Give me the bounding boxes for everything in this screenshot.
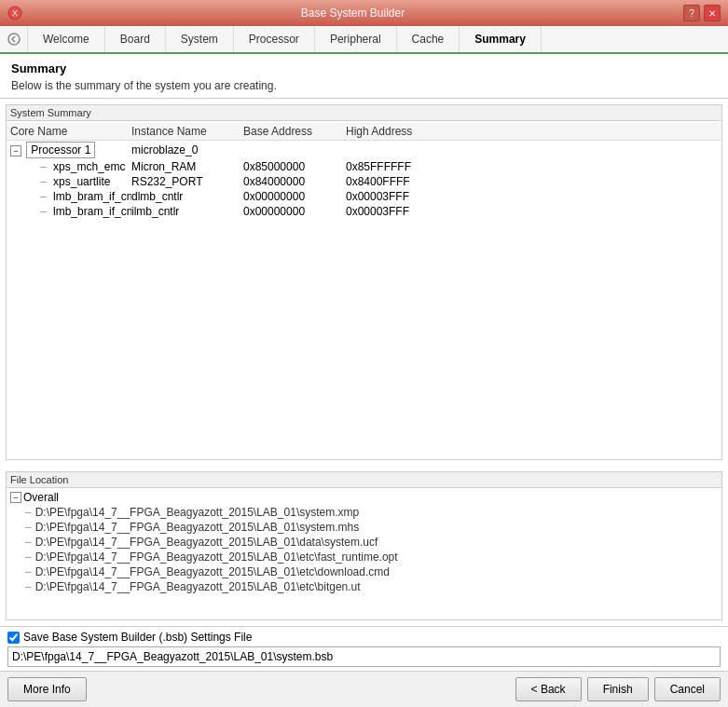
file-text: Overall (23, 491, 59, 504)
tree-dash: – (25, 565, 32, 578)
tree-dash: – (40, 175, 47, 188)
tab-system[interactable]: System (166, 26, 234, 52)
core-name: lmb_bram_if_cntlr (53, 190, 131, 203)
bottom-bar: More Info < Back Finish Cancel (0, 671, 728, 707)
table-row: − Processor 1 microblaze_0 (7, 141, 721, 159)
file-location-section: File Location − Overall – D:\PE\fpga\14_… (6, 471, 722, 620)
table-row: – xps_mch_emc Micron_RAM 0x85000000 0x85… (7, 159, 721, 174)
file-path: D:\PE\fpga\14_7__FPGA_Beagyazott_2015\LA… (35, 521, 360, 534)
file-path: D:\PE\fpga\14_7__FPGA_Beagyazott_2015\LA… (35, 565, 390, 578)
tree-dash: – (40, 190, 47, 203)
table-row: – lmb_bram_if_cntlr ilmb_cntlr 0x0000000… (7, 204, 721, 219)
base-address: 0x85000000 (243, 160, 346, 173)
svg-text:X: X (12, 8, 18, 18)
col-header-base: Base Address (243, 125, 346, 138)
expand-icon[interactable]: − (10, 492, 21, 503)
core-name: xps_mch_emc (53, 160, 125, 173)
high-address: 0x00003FFF (346, 190, 448, 203)
svg-point-2 (8, 34, 20, 45)
bsb-settings-section: Save Base System Builder (.bsb) Settings… (0, 626, 728, 671)
system-summary-label: System Summary (7, 105, 721, 121)
tree-dash: – (25, 551, 32, 564)
list-item: – D:\PE\fpga\14_7__FPGA_Beagyazott_2015\… (7, 505, 721, 520)
table-header: Core Name Instance Name Base Address Hig… (7, 123, 721, 141)
col-header-core: Core Name (10, 125, 131, 138)
close-button[interactable]: ✕ (704, 5, 721, 21)
right-buttons: < Back Finish Cancel (515, 677, 721, 701)
file-tree: − Overall – D:\PE\fpga\14_7__FPGA_Beagya… (7, 488, 721, 619)
file-path: D:\PE\fpga\14_7__FPGA_Beagyazott_2015\LA… (35, 580, 361, 593)
col-header-high: High Address (346, 125, 448, 138)
base-address: 0x84000000 (243, 175, 346, 188)
tab-summary[interactable]: Summary (460, 26, 542, 52)
window-title: Base System Builder (22, 7, 683, 20)
expand-icon[interactable]: − (10, 145, 21, 156)
processor-name: Processor 1 (26, 142, 95, 158)
summary-heading: Summary (11, 61, 717, 75)
core-name: lmb_bram_if_cntlr (53, 205, 131, 218)
tab-cache[interactable]: Cache (397, 26, 460, 52)
bsb-filepath-input[interactable] (7, 646, 721, 667)
file-location-label: File Location (7, 472, 721, 488)
tree-dash: – (25, 536, 32, 549)
high-address: 0x00003FFF (346, 205, 448, 218)
help-button[interactable]: ? (683, 5, 700, 21)
system-summary-section: System Summary Core Name Instance Name B… (6, 104, 722, 460)
back-nav-button[interactable] (0, 26, 28, 52)
instance-name: dlmb_cntlr (131, 190, 243, 203)
tree-dash: – (25, 580, 32, 593)
summary-header: Summary Below is the summary of the syst… (0, 54, 728, 99)
base-address: 0x00000000 (243, 205, 346, 218)
tree-dash: – (40, 205, 47, 218)
main-content: Summary Below is the summary of the syst… (0, 54, 728, 707)
list-item: – D:\PE\fpga\14_7__FPGA_Beagyazott_2015\… (7, 535, 721, 550)
instance-name: ilmb_cntlr (131, 205, 243, 218)
list-item: − Overall (7, 490, 721, 505)
list-item: – D:\PE\fpga\14_7__FPGA_Beagyazott_2015\… (7, 579, 721, 594)
bsb-checkbox-row: Save Base System Builder (.bsb) Settings… (7, 631, 721, 644)
tab-board[interactable]: Board (105, 26, 166, 52)
back-button[interactable]: < Back (515, 677, 582, 701)
list-item: – D:\PE\fpga\14_7__FPGA_Beagyazott_2015\… (7, 564, 721, 579)
bsb-checkbox[interactable] (7, 632, 20, 644)
file-path: D:\PE\fpga\14_7__FPGA_Beagyazott_2015\LA… (35, 506, 360, 519)
finish-button[interactable]: Finish (587, 677, 649, 701)
core-name: xps_uartlite (53, 175, 110, 188)
table-row: – xps_uartlite RS232_PORT 0x84000000 0x8… (7, 174, 721, 189)
system-summary-tree: Core Name Instance Name Base Address Hig… (7, 121, 721, 459)
high-address: 0x8400FFFF (346, 175, 448, 188)
tree-dash: – (40, 160, 47, 173)
bsb-checkbox-label[interactable]: Save Base System Builder (.bsb) Settings… (23, 631, 252, 644)
base-address: 0x00000000 (243, 190, 346, 203)
list-item: – D:\PE\fpga\14_7__FPGA_Beagyazott_2015\… (7, 520, 721, 535)
col-header-instance: Instance Name (131, 125, 243, 138)
file-path: D:\PE\fpga\14_7__FPGA_Beagyazott_2015\LA… (35, 551, 398, 564)
table-row: – lmb_bram_if_cntlr dlmb_cntlr 0x0000000… (7, 189, 721, 204)
instance-name: microblaze_0 (131, 143, 243, 156)
nav-tabs: Welcome Board System Processor Periphera… (0, 26, 728, 54)
tree-dash: – (25, 521, 32, 534)
more-info-button[interactable]: More Info (7, 677, 87, 701)
list-item: – D:\PE\fpga\14_7__FPGA_Beagyazott_2015\… (7, 550, 721, 564)
tab-processor[interactable]: Processor (234, 26, 315, 52)
tree-dash: – (25, 506, 32, 519)
high-address: 0x85FFFFFF (346, 160, 448, 173)
cancel-button[interactable]: Cancel (654, 677, 721, 701)
tab-welcome[interactable]: Welcome (28, 26, 105, 52)
window-controls: ? ✕ (683, 5, 721, 21)
app-icon: X (7, 6, 22, 20)
instance-name: RS232_PORT (131, 175, 243, 188)
tab-peripheral[interactable]: Peripheral (315, 26, 397, 52)
instance-name: Micron_RAM (131, 160, 243, 173)
file-path: D:\PE\fpga\14_7__FPGA_Beagyazott_2015\LA… (35, 536, 378, 549)
title-bar: X Base System Builder ? ✕ (0, 0, 728, 26)
summary-description: Below is the summary of the system you a… (11, 79, 717, 92)
